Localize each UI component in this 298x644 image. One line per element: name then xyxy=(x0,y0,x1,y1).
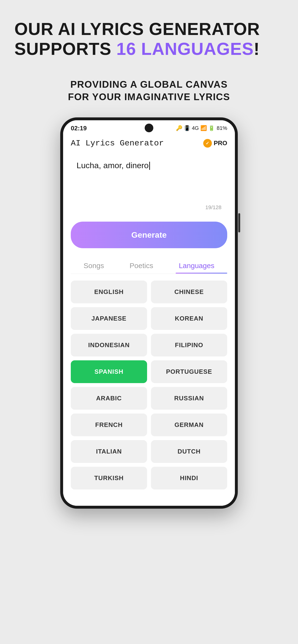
status-battery: 81% xyxy=(217,125,227,131)
language-grid: ENGLISH CHINESE JAPANESE KOREAN INDONESI… xyxy=(71,274,227,496)
subheadline-line1: PROVIDING A GLOBAL CANVAS xyxy=(68,78,230,90)
subheadline-line2: FOR YOUR IMAGINATIVE LYRICS xyxy=(68,90,230,103)
lang-russian[interactable]: RUSSIAN xyxy=(151,387,227,410)
lyrics-input-text[interactable]: Lucha, amor, dinero xyxy=(77,159,221,202)
phone-side-button xyxy=(238,213,240,232)
tab-poetics[interactable]: Poetics xyxy=(125,258,158,274)
lang-korean[interactable]: KOREAN xyxy=(151,307,227,330)
lang-hindi[interactable]: HINDI xyxy=(151,467,227,490)
lang-filipino[interactable]: FILIPINO xyxy=(151,334,227,356)
page-wrapper: OUR AI LYRICS GENERATOR SUPPORTS 16 LANG… xyxy=(0,0,298,644)
lang-arabic[interactable]: ARABIC xyxy=(71,387,147,410)
pro-badge: ✓ PRO xyxy=(203,139,227,148)
tab-active-underline xyxy=(176,273,227,274)
app-content: Lucha, amor, dinero 19/128 Generate Song… xyxy=(63,152,235,506)
tabs-container: Songs Poetics Languages xyxy=(71,258,227,274)
headline: OUR AI LYRICS GENERATOR SUPPORTS 16 LANG… xyxy=(14,19,284,59)
lyrics-input-area: Lucha, amor, dinero 19/128 xyxy=(71,152,227,219)
lang-indonesian[interactable]: INDONESIAN xyxy=(71,334,147,356)
lang-french[interactable]: FRENCH xyxy=(71,414,147,436)
status-signal-icons: 🔑 📳 4G 📶 🔋 xyxy=(176,125,215,131)
lang-dutch[interactable]: DUTCH xyxy=(151,440,227,463)
input-value: Lucha, amor, dinero xyxy=(77,161,149,170)
lang-english[interactable]: ENGLISH xyxy=(71,280,147,303)
camera-notch xyxy=(145,124,153,132)
lang-chinese[interactable]: CHINESE xyxy=(151,280,227,303)
headline-highlight: 16 LANGUAGES xyxy=(116,39,254,58)
headline-line2-end: ! xyxy=(254,39,260,58)
phone-mockup: 02:19 🔑 📳 4G 📶 🔋 81% AI Lyrics Generator… xyxy=(60,118,238,509)
char-count: 19/128 xyxy=(77,204,221,212)
text-cursor xyxy=(149,162,150,170)
app-header: AI Lyrics Generator ✓ PRO xyxy=(63,135,235,152)
subheadline: PROVIDING A GLOBAL CANVAS FOR YOUR IMAGI… xyxy=(68,78,230,103)
status-bar: 02:19 🔑 📳 4G 📶 🔋 81% xyxy=(63,120,235,135)
headline-line2-plain: SUPPORTS xyxy=(14,39,116,58)
tab-languages[interactable]: Languages xyxy=(174,258,219,274)
lang-japanese[interactable]: JAPANESE xyxy=(71,307,147,330)
pro-icon: ✓ xyxy=(203,139,212,148)
lang-portuguese[interactable]: PORTUGUESE xyxy=(151,360,227,383)
pro-label: PRO xyxy=(214,140,227,147)
lang-spanish[interactable]: SPANISH xyxy=(71,360,147,383)
generate-button[interactable]: Generate xyxy=(71,222,227,248)
lang-turkish[interactable]: TURKISH xyxy=(71,467,147,490)
status-time: 02:19 xyxy=(71,124,87,132)
app-title: AI Lyrics Generator xyxy=(71,139,164,148)
lang-italian[interactable]: ITALIAN xyxy=(71,440,147,463)
headline-line1: OUR AI LYRICS GENERATOR xyxy=(14,20,260,38)
tab-songs[interactable]: Songs xyxy=(79,258,109,274)
phone-screen: 02:19 🔑 📳 4G 📶 🔋 81% AI Lyrics Generator… xyxy=(63,120,235,506)
lang-german[interactable]: GERMAN xyxy=(151,414,227,436)
headline-text: OUR AI LYRICS GENERATOR SUPPORTS 16 LANG… xyxy=(14,19,284,59)
status-right-icons: 🔑 📳 4G 📶 🔋 81% xyxy=(176,125,227,131)
